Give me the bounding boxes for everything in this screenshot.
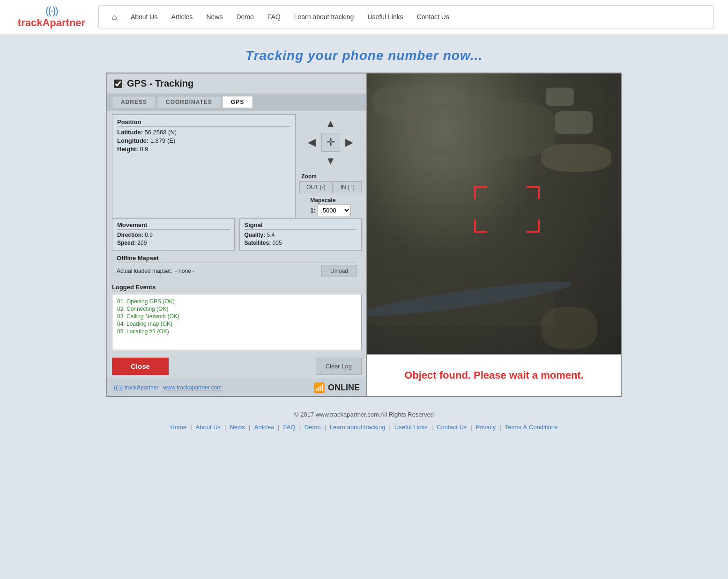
nav-links[interactable]: Useful Links xyxy=(362,10,409,23)
logo-text: trackApartner xyxy=(18,17,85,29)
log-event: 03. Calling Network (OK) xyxy=(117,313,357,320)
log-event: 02. Connecting (OK) xyxy=(117,306,357,312)
arrow-down-left xyxy=(303,152,321,170)
close-button[interactable]: Close xyxy=(112,358,169,375)
right-panel: Object found. Please wait a moment. xyxy=(367,73,621,396)
arrow-down-right xyxy=(340,152,359,170)
offline-row: Actual loaded mapset: - none - Unload xyxy=(117,265,357,277)
tab-address[interactable]: ADRESS xyxy=(112,96,156,108)
nav-about[interactable]: About Us xyxy=(125,10,163,23)
copyright: © 2017 www.trackapartner.com All Rights … xyxy=(106,411,622,418)
footer-privacy[interactable]: Privacy xyxy=(472,424,500,431)
position-section: Position Latitude: 56.2568 (N) Longitude… xyxy=(112,114,296,218)
nav-learn[interactable]: Learn about tracking xyxy=(289,10,360,23)
nav-contact[interactable]: Contact Us xyxy=(411,10,455,23)
arrow-center[interactable]: ✛ xyxy=(321,133,340,152)
gps-checkbox[interactable] xyxy=(114,80,122,88)
offline-title: Offline Mapset xyxy=(117,255,357,263)
bottom-buttons: Close Clear Log xyxy=(107,354,366,379)
arrow-up-right xyxy=(340,114,359,133)
nav-home[interactable]: ⌂ xyxy=(106,9,123,25)
status-message-box: Object found. Please wait a moment. xyxy=(367,354,621,396)
nav-faq[interactable]: FAQ xyxy=(262,10,286,23)
zoom-in-button[interactable]: IN (+) xyxy=(334,181,362,193)
bracket-bl xyxy=(474,220,487,233)
footer-contact[interactable]: Contact Us xyxy=(433,424,470,431)
satellites-row: Satellites: 005 xyxy=(245,240,357,246)
footer-articles[interactable]: Articles xyxy=(250,424,278,431)
zoom-out-button[interactable]: OUT (-) xyxy=(299,181,332,193)
events-section: Logged Events 01. Opening GPS (OK)02. Co… xyxy=(107,284,366,354)
wifi-icon: 📶 xyxy=(313,382,325,393)
page-title: Tracking your phone number now... xyxy=(245,48,483,63)
arrow-down[interactable]: ▼ xyxy=(321,152,340,170)
footer-useful[interactable]: Useful Links xyxy=(391,424,431,431)
status-bar: ((·)) trackApartner www.trackapartner.co… xyxy=(107,379,366,396)
events-list: 01. Opening GPS (OK)02. Connecting (OK)0… xyxy=(112,294,362,350)
offline-section: Offline Mapset Actual loaded mapset: - n… xyxy=(107,255,366,284)
tab-coordinates[interactable]: COORDINATES xyxy=(157,96,221,108)
footer-demo[interactable]: Demo xyxy=(301,424,325,431)
signal-title: Signal xyxy=(245,221,357,230)
nav-articles[interactable]: Articles xyxy=(165,10,198,23)
arrow-left[interactable]: ◀ xyxy=(303,133,321,152)
direction-row: Direction: 0.9 xyxy=(117,232,230,238)
website-link[interactable]: www.trackapartner.com xyxy=(163,384,222,391)
nav-demo[interactable]: Demo xyxy=(230,10,259,23)
zoom-label: Zoom xyxy=(299,173,317,180)
terrain-5 xyxy=(541,307,597,349)
footer-news[interactable]: News xyxy=(226,424,249,431)
footer-faq[interactable]: FAQ xyxy=(279,424,299,431)
arrow-up-left xyxy=(303,114,321,133)
urban-2 xyxy=(555,111,593,134)
online-label: ONLINE xyxy=(328,383,360,393)
gps-title-bar: GPS - Tracking xyxy=(107,73,366,94)
main-nav: ⌂ About UsArticlesNewsDemoFAQLearn about… xyxy=(98,5,714,29)
arrow-right[interactable]: ▶ xyxy=(340,133,359,152)
log-event: 05. Locating #1 (OK) xyxy=(117,328,357,335)
terrain-3 xyxy=(541,144,611,172)
map-area[interactable] xyxy=(367,73,621,354)
footer-learn[interactable]: Learn about tracking xyxy=(326,424,389,431)
target-bracket xyxy=(474,186,540,233)
logo[interactable]: ((·)) trackApartner xyxy=(14,5,89,29)
zoom-buttons: OUT (-) IN (+) xyxy=(299,181,362,193)
mapscale-block: Mapscale 1: 5000 10000 25000 50000 xyxy=(305,193,356,218)
log-event: 04. Loading map (OK) xyxy=(117,321,357,327)
online-status: 📶 ONLINE xyxy=(313,382,360,393)
status-message-text: Object found. Please wait a moment. xyxy=(404,369,584,381)
arrow-up[interactable]: ▲ xyxy=(321,114,340,133)
mapscale-row: 1: 5000 10000 25000 50000 xyxy=(310,205,351,216)
urban-1 xyxy=(546,88,574,106)
mapscale-select[interactable]: 5000 10000 25000 50000 xyxy=(318,205,351,216)
bracket-tr xyxy=(527,186,540,199)
speed-row: Speed: 209 xyxy=(117,240,230,246)
footer-home[interactable]: Home xyxy=(167,424,191,431)
movement-signal-area: Movement Direction: 0.9 Speed: 209 Signa… xyxy=(107,218,366,255)
events-title: Logged Events xyxy=(112,284,362,292)
footer-terms[interactable]: Terms & Conditions xyxy=(501,424,562,431)
mapscale-label: Mapscale xyxy=(310,197,351,204)
bracket-br xyxy=(527,220,540,233)
signal-section: Signal Quality: 5.4 Satellites: 005 xyxy=(239,218,362,251)
logo-icon: ((·)) xyxy=(45,5,57,17)
nav-news[interactable]: News xyxy=(201,10,228,23)
unload-button[interactable]: Unload xyxy=(321,265,357,277)
tracking-container: GPS - Tracking ADRESS COORDINATES GPS Po… xyxy=(106,73,622,397)
longitude-row: Longitude: 1.879 (E) xyxy=(117,137,290,144)
footer-about[interactable]: About Us xyxy=(192,424,224,431)
arrows-cross: ▲ ◀ ✛ ▶ ▼ xyxy=(303,114,359,170)
position-title: Position xyxy=(117,118,290,127)
status-logo: ((·)) trackApartner xyxy=(114,384,158,391)
arrows-zoom-block: ▲ ◀ ✛ ▶ ▼ Zoom OUT (-) IN (+) xyxy=(299,114,362,218)
tab-gps[interactable]: GPS xyxy=(222,96,253,108)
clear-log-button[interactable]: Clear Log xyxy=(316,358,362,375)
header: ((·)) trackApartner ⌂ About UsArticlesNe… xyxy=(0,0,728,34)
left-panel: GPS - Tracking ADRESS COORDINATES GPS Po… xyxy=(107,73,367,396)
latitude-row: Latitude: 56.2568 (N) xyxy=(117,129,290,136)
tab-bar: ADRESS COORDINATES GPS xyxy=(107,94,366,110)
footer: © 2017 www.trackapartner.com All Rights … xyxy=(106,411,622,440)
footer-links: Home|About Us|News|Articles|FAQ|Demo|Lea… xyxy=(106,424,622,440)
height-row: Height: 0.9 xyxy=(117,146,290,153)
main-content: Tracking your phone number now... GPS - … xyxy=(106,34,622,440)
